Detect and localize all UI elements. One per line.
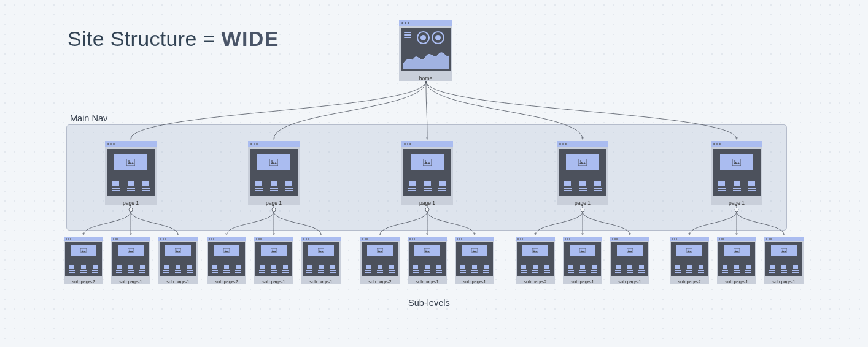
window-bar xyxy=(254,237,293,241)
image-icon xyxy=(771,245,797,256)
page-node: page 1 xyxy=(105,141,157,205)
subpage-node: sub page-2 xyxy=(64,237,103,284)
card-row xyxy=(519,264,552,274)
dashboard-panel xyxy=(401,28,451,71)
svg-point-30 xyxy=(425,250,427,251)
subpage-node: sub page-1 xyxy=(764,237,804,284)
svg-point-32 xyxy=(473,250,474,251)
menu-icon xyxy=(404,32,411,38)
image-icon xyxy=(257,154,290,170)
card-row xyxy=(210,264,243,274)
svg-rect-31 xyxy=(471,248,478,253)
svg-point-38 xyxy=(628,250,629,251)
page-panel xyxy=(559,149,606,196)
page-node: page 1 xyxy=(401,141,453,205)
page-node: page 1 xyxy=(248,141,300,205)
window-bar xyxy=(105,141,157,147)
svg-point-42 xyxy=(735,250,736,251)
home-caption: home xyxy=(399,73,452,83)
page-panel xyxy=(456,242,493,276)
svg-point-16 xyxy=(82,250,83,251)
subpage-node: sub page-2 xyxy=(670,237,709,284)
window-bar xyxy=(111,237,150,241)
window-bar xyxy=(717,237,756,241)
page-caption: page 1 xyxy=(248,197,300,208)
card-row xyxy=(304,264,338,274)
svg-rect-39 xyxy=(686,248,692,253)
page-panel xyxy=(107,149,155,196)
svg-rect-13 xyxy=(732,159,741,166)
svg-rect-21 xyxy=(223,248,230,253)
image-icon xyxy=(367,245,393,256)
svg-rect-7 xyxy=(269,159,278,166)
image-icon xyxy=(261,245,287,256)
subpage-caption: sub page-1 xyxy=(301,277,341,286)
image-icon xyxy=(411,154,444,170)
svg-point-14 xyxy=(734,160,736,162)
svg-point-6 xyxy=(128,160,130,162)
window-bar xyxy=(516,237,555,241)
page-node: page 1 xyxy=(557,141,608,205)
image-icon xyxy=(118,245,144,256)
subpage-caption: sub page-1 xyxy=(610,277,649,286)
page-panel xyxy=(713,149,761,196)
svg-rect-29 xyxy=(424,248,430,253)
window-bar xyxy=(158,237,198,241)
svg-point-22 xyxy=(225,250,226,251)
card-row xyxy=(561,180,604,193)
svg-rect-33 xyxy=(532,248,538,253)
card-row xyxy=(67,264,100,274)
page-panel xyxy=(718,242,755,276)
subpage-caption: sub page-1 xyxy=(408,277,447,286)
card-row xyxy=(613,264,646,274)
svg-rect-17 xyxy=(128,248,134,253)
page-panel xyxy=(250,149,298,196)
window-bar xyxy=(301,237,341,241)
subpage-caption: sub page-1 xyxy=(158,277,198,286)
image-icon xyxy=(214,245,239,256)
page-panel xyxy=(611,242,648,276)
card-row xyxy=(720,264,753,274)
image-icon xyxy=(308,245,334,256)
subpage-caption: sub page-1 xyxy=(254,277,293,286)
window-bar xyxy=(360,237,400,241)
image-icon xyxy=(462,245,487,256)
card-row xyxy=(363,264,397,274)
subpage-node: sub page-1 xyxy=(563,237,602,284)
svg-point-18 xyxy=(129,250,130,251)
card-row xyxy=(109,180,152,193)
sub-levels-label: Sub-levels xyxy=(408,298,450,308)
image-icon xyxy=(570,245,595,256)
image-icon xyxy=(676,245,702,256)
svg-rect-43 xyxy=(781,248,787,253)
window-bar xyxy=(557,141,608,147)
window-bar xyxy=(401,141,453,147)
page-panel xyxy=(208,242,245,276)
subpage-caption: sub page-2 xyxy=(670,277,709,286)
page-caption: page 1 xyxy=(557,197,608,208)
home-node: home xyxy=(399,20,452,81)
image-icon xyxy=(414,245,440,256)
svg-rect-35 xyxy=(579,248,586,253)
svg-rect-25 xyxy=(318,248,324,253)
dial-icon xyxy=(417,31,430,44)
subpage-caption: sub page-1 xyxy=(764,277,804,286)
card-row xyxy=(458,264,491,274)
svg-point-40 xyxy=(688,250,689,251)
window-bar xyxy=(455,237,494,241)
svg-point-24 xyxy=(272,250,273,251)
subpage-caption: sub page-2 xyxy=(516,277,555,286)
window-bar xyxy=(610,237,649,241)
card-row xyxy=(114,264,147,274)
subpage-node: sub page-2 xyxy=(360,237,400,284)
card-row xyxy=(411,264,444,274)
chart-icon xyxy=(403,48,449,69)
svg-point-12 xyxy=(580,160,582,162)
subpage-node: sub page-2 xyxy=(207,237,246,284)
svg-point-26 xyxy=(319,250,320,251)
window-bar xyxy=(207,237,246,241)
svg-rect-19 xyxy=(175,248,181,253)
page-caption: page 1 xyxy=(105,197,157,208)
card-row xyxy=(566,264,599,274)
svg-point-36 xyxy=(581,250,582,251)
